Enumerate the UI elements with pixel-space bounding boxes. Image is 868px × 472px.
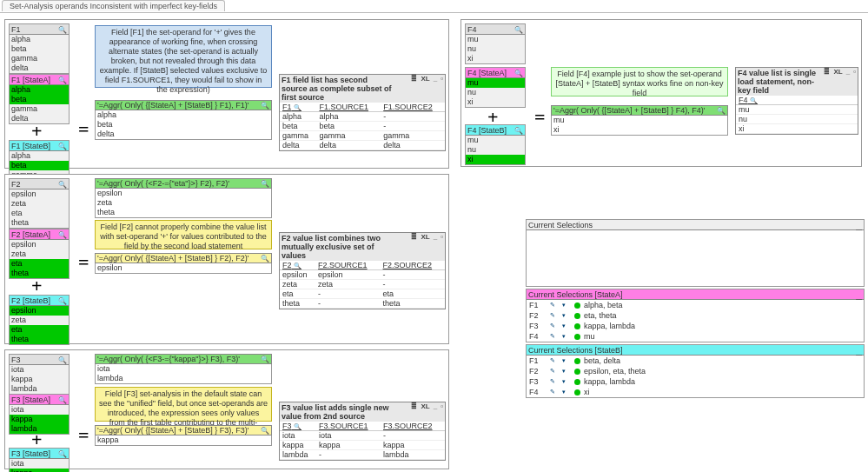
search-icon[interactable] [58,449,67,458]
list-item[interactable]: zeta [10,249,69,259]
listbox-f4[interactable]: F4 mu nu xi [465,23,526,64]
list-item[interactable]: alpha [10,85,69,95]
export-xl-icon[interactable]: XL [421,76,429,83]
list-item[interactable]: eta [10,209,69,218]
list-item[interactable]: beta [96,120,271,130]
table-icon[interactable]: ≣ [411,76,417,83]
table-f3[interactable]: F3 value list adds single new value from… [279,402,446,461]
table-row[interactable]: alphaalpha- [280,112,445,122]
search-icon[interactable] [294,422,301,430]
maximize-icon[interactable]: ▫ [853,69,856,76]
maximize-icon[interactable]: ▫ [441,76,443,83]
list-item[interactable]: theta [10,218,69,228]
list-item[interactable]: mu [552,116,727,125]
search-icon[interactable] [514,25,523,34]
col-header[interactable]: F3.SOURCE1 [316,422,381,431]
search-icon[interactable] [514,69,523,77]
list-item[interactable]: iota [10,405,69,415]
col-header[interactable]: F3.SOURCE2 [381,422,445,431]
table-row[interactable]: iotaiota- [280,431,445,441]
search-icon[interactable] [58,25,67,34]
list-item[interactable]: gamma [10,54,69,63]
selection-row[interactable]: F4✎▾xi [527,387,864,397]
search-icon[interactable] [261,355,269,363]
col-header[interactable]: F2.SOURCE2 [381,261,445,270]
table-row[interactable]: nu [736,115,858,124]
list-item[interactable]: epsilon [10,189,69,199]
maximize-icon[interactable]: ▫ [441,234,443,241]
listbox-f2-statea[interactable]: F2 [StateA] epsilonzetaetatheta [9,229,70,279]
dropdown-icon[interactable]: ▾ [562,312,571,319]
list-item[interactable]: kappa [10,375,69,384]
listbox-f3[interactable]: F3 iota kappa lambda [9,354,70,395]
list-item[interactable]: iota [10,365,69,375]
list-item[interactable]: kappa [10,415,69,424]
col-header[interactable]: F1 [280,103,316,112]
selection-row[interactable]: F2✎▾epsilon, eta, theta [527,366,864,376]
selection-row[interactable]: F1✎▾alpha, beta [527,300,864,310]
list-item[interactable]: eta [10,325,69,335]
table-row[interactable]: kappakappakappa [280,441,445,450]
list-item[interactable]: alpha [10,151,69,161]
list-item[interactable]: theta [96,208,271,217]
list-item[interactable]: nu [466,44,525,54]
minimize-icon[interactable]: _ [856,222,862,229]
list-item[interactable]: beta [10,95,69,104]
list-item[interactable]: beta [10,44,69,54]
dropdown-icon[interactable]: ▾ [562,378,571,385]
list-item[interactable]: nu [466,145,525,155]
search-icon[interactable] [261,179,269,188]
export-xl-icon[interactable]: XL [833,69,842,76]
search-icon[interactable] [514,126,523,135]
minimize-icon[interactable]: _ [434,403,437,410]
table-row[interactable]: xi [736,124,858,134]
table-icon[interactable]: ≣ [411,234,417,241]
table-f1[interactable]: F1 field list has second source as compl… [279,74,446,151]
expr-f3-default[interactable]: '=Aggr( Only( {<F3-={"kappa"}>} F3), F3)… [95,354,272,364]
current-selections-stateb[interactable]: Current Selections [StateB]_ F1✎▾beta, d… [526,344,865,398]
search-icon[interactable] [58,142,67,150]
search-icon[interactable] [58,396,67,404]
list-item[interactable]: zeta [96,198,271,208]
minimize-icon[interactable]: _ [856,347,862,354]
listbox-f3-stateb[interactable]: F3 [StateB] iotakappalambda [9,448,70,472]
selection-row[interactable]: F4✎▾mu [527,331,864,342]
table-row[interactable]: deltadeltadelta [280,141,445,150]
list-item[interactable]: alpha [10,35,69,44]
table-row[interactable]: zetazeta- [280,280,445,289]
table-row[interactable]: eta-eta [280,289,445,299]
list-item[interactable]: epsilon [96,189,271,198]
export-xl-icon[interactable]: XL [421,234,429,241]
expr-f4[interactable]: '=Aggr( Only( {[StateA] + [StateB] } F4)… [551,105,728,116]
listbox-f2[interactable]: F2 epsilon zeta eta theta [9,178,70,229]
current-selections-statea[interactable]: Current Selections [StateA]_ F1✎▾alpha, … [526,289,865,342]
table-f2[interactable]: F2 value list combines two mutually excl… [279,232,446,309]
dropdown-icon[interactable]: ▾ [562,368,571,375]
search-icon[interactable] [58,230,67,239]
search-icon[interactable] [717,106,726,115]
list-item[interactable]: epsilon [10,240,69,249]
table-row[interactable]: betabeta- [280,122,445,131]
dropdown-icon[interactable]: ▾ [562,389,571,396]
minimize-icon[interactable]: _ [856,291,862,298]
search-icon[interactable] [750,96,758,104]
list-item[interactable]: xi [552,125,727,135]
col-header[interactable]: F2.SOURCE1 [315,261,380,270]
expr-f1[interactable]: '=Aggr( Only( {[StateA] + [StateB] } F1)… [95,100,272,110]
selection-row[interactable]: F3✎▾kappa, lambda [527,376,864,387]
expr-f2-default[interactable]: '=Aggr( Only( {<F2-={"eta"}>} F2), F2)' [95,178,272,189]
listbox-f2-stateb[interactable]: F2 [StateB] epsilonzetaetatheta [9,295,70,345]
table-row[interactable]: mu [736,105,858,115]
list-item[interactable]: mu [466,78,525,88]
current-selections-default[interactable]: Current Selections_ [526,219,865,287]
list-item[interactable]: alpha [96,110,271,120]
list-item[interactable]: kappa [10,469,69,472]
table-row[interactable]: gammagammagamma [280,131,445,141]
dropdown-icon[interactable]: ▾ [562,357,571,364]
clear-icon[interactable]: ✎ [550,378,559,385]
list-item[interactable]: kappa [96,435,271,445]
clear-icon[interactable]: ✎ [550,302,559,309]
search-icon[interactable] [58,296,67,305]
list-item[interactable]: beta [10,161,69,170]
col-header[interactable]: F1.SOURCE2 [381,103,445,112]
